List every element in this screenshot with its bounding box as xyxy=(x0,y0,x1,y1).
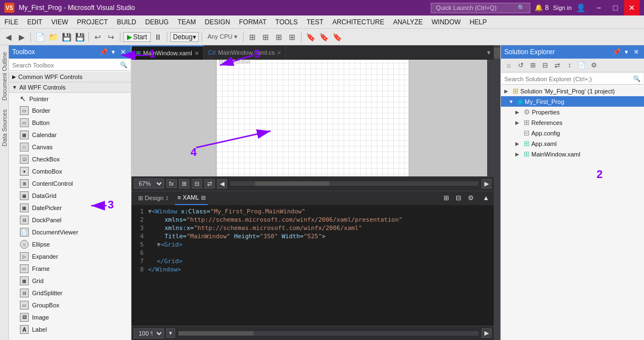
toolbox-pin-btn[interactable]: 📌 xyxy=(99,48,108,56)
zoom-dropdown-btn[interactable]: ▾ xyxy=(166,328,175,338)
solution-explorer-pin-btn[interactable]: 📌 xyxy=(612,48,621,56)
close-button[interactable]: ✕ xyxy=(624,0,640,15)
tree-app-config[interactable]: ⊟ App.config xyxy=(501,128,644,138)
toolbar-pause-btn[interactable]: ⏸ xyxy=(152,31,164,43)
xaml-scrollbar-up[interactable]: ▲ xyxy=(483,194,489,202)
sol-new-solution-btn[interactable]: 📄 xyxy=(576,60,587,71)
zoom-100-select[interactable]: 100 % 67% 50% xyxy=(134,328,164,338)
toolbox-item-image[interactable]: 🖼 Image xyxy=(9,311,131,323)
maximize-button[interactable]: □ xyxy=(608,0,623,15)
toolbox-search-input[interactable] xyxy=(12,62,120,69)
menu-item-window[interactable]: WINDOW xyxy=(427,15,466,28)
tree-properties[interactable]: ▶ ⚙ Properties xyxy=(501,107,644,117)
xaml-view-tab[interactable]: ≡ XAML ⊟ xyxy=(175,191,207,205)
design-view-tab[interactable]: ⊞ Design ↕ xyxy=(136,191,171,205)
sol-sync-btn[interactable]: ⇄ xyxy=(552,60,563,71)
toolbar-save-btn[interactable]: 💾 xyxy=(60,31,72,43)
sol-settings-btn[interactable]: ⚙ xyxy=(588,60,599,71)
toolbox-item-frame[interactable]: ▭ Frame xyxy=(9,263,131,275)
toolbar-extra3[interactable]: ⊞ xyxy=(273,31,285,43)
toolbar-bookmark3[interactable]: 🔖 xyxy=(331,31,343,43)
zoom-select[interactable]: 67% 100% 50% xyxy=(134,179,164,189)
toolbar-extra4[interactable]: ⊞ xyxy=(286,31,298,43)
toolbox-item-expander[interactable]: ▷ Expander xyxy=(9,250,131,263)
solution-search-input[interactable] xyxy=(504,76,633,82)
menu-item-file[interactable]: FILE xyxy=(0,15,23,28)
toolbar-new-btn[interactable]: 📄 xyxy=(34,31,46,43)
sign-in-button[interactable]: Sign in xyxy=(553,4,572,11)
menu-item-test[interactable]: TEST xyxy=(302,15,328,28)
bottom-right-btn[interactable]: ▶ xyxy=(482,328,492,338)
xaml-expand-btn[interactable]: ⊞ xyxy=(444,194,449,202)
editor-scrollbar-h[interactable] xyxy=(230,181,478,186)
solution-explorer-menu-btn[interactable]: ▾ xyxy=(622,48,631,56)
solution-explorer-close-btn[interactable]: ✕ xyxy=(632,48,641,56)
tree-mainwindow-xaml[interactable]: ▶ ⊞ MainWindow.xaml xyxy=(501,149,644,159)
tab-mainwindow-xaml[interactable]: ⊞ MainWindow.xaml ✕ xyxy=(131,45,204,60)
toolbox-item-label-ctrl[interactable]: A Label xyxy=(9,323,131,336)
xaml-code-editor[interactable]: 1 ▼<Window x:Class="My_First_Prog.MainWi… xyxy=(131,205,494,326)
nav-right-btn[interactable]: ▶ xyxy=(482,179,492,189)
sol-nav-btn[interactable]: ⊞ xyxy=(527,60,539,71)
toolbox-group-all-wpf[interactable]: ▼ All WPF Controls xyxy=(9,82,131,93)
toolbox-menu-btn[interactable]: ▾ xyxy=(109,48,118,56)
tab-close-icon[interactable]: ✕ xyxy=(194,50,199,56)
toolbar-bookmark2[interactable]: 🔖 xyxy=(318,31,330,43)
toolbox-item-calendar[interactable]: ▦ Calendar xyxy=(9,129,131,141)
menu-item-format[interactable]: FORMAT xyxy=(235,15,271,28)
toolbar-extra1[interactable]: ⊞ xyxy=(246,31,258,43)
toolbox-item-canvas[interactable]: □ Canvas xyxy=(9,141,131,153)
document-outline-tab[interactable]: Document Outline xyxy=(0,48,9,105)
menu-item-analyze[interactable]: ANALYZE xyxy=(389,15,427,28)
tab-area-dropdown[interactable]: ▾ xyxy=(484,45,494,60)
toolbar-extra2[interactable]: ⊞ xyxy=(260,31,272,43)
start-button[interactable]: ▶ Start xyxy=(123,32,151,42)
toolbox-item-pointer[interactable]: ↖ Pointer xyxy=(9,93,131,104)
toolbox-item-contentcontrol[interactable]: ⊞ ContentControl xyxy=(9,177,131,190)
toolbox-item-datagrid[interactable]: ▦ DataGrid xyxy=(9,190,131,202)
menu-item-debug[interactable]: DEBUG xyxy=(141,15,173,28)
sol-home-btn[interactable]: ⌂ xyxy=(503,60,514,71)
grid-view-btn[interactable]: ⊞ xyxy=(179,179,189,189)
bottom-scrollbar-h[interactable] xyxy=(178,331,478,336)
menu-item-help[interactable]: HELP xyxy=(465,15,491,28)
toolbox-item-datepicker[interactable]: ▦ DatePicker xyxy=(9,202,131,214)
swap-btn[interactable]: ⇄ xyxy=(204,179,215,189)
toolbox-item-combobox[interactable]: ▾ ComboBox xyxy=(9,165,131,177)
menu-item-design[interactable]: DESIGN xyxy=(200,15,235,28)
tree-project[interactable]: ▼ ◉ My_First_Prog xyxy=(501,96,644,107)
sol-collapse-btn[interactable]: ↕ xyxy=(564,60,575,71)
sol-refresh-btn[interactable]: ↺ xyxy=(515,60,526,71)
menu-item-project[interactable]: PROJECT xyxy=(72,15,112,28)
tab-mainwindow-xaml-cs[interactable]: C# MainWindow.xaml.cs ✕ xyxy=(204,45,287,60)
menu-item-architecture[interactable]: ARCHITECTURE xyxy=(328,15,389,28)
xaml-collapse-btn[interactable]: ⊟ xyxy=(456,194,461,202)
menu-item-edit[interactable]: EDIT xyxy=(23,15,46,28)
tab-close-icon[interactable]: ✕ xyxy=(277,50,281,56)
toolbox-item-dockpanel[interactable]: ⊟ DockPanel xyxy=(9,214,131,226)
notification-icon[interactable]: 🔔 8 xyxy=(535,4,548,12)
menu-item-tools[interactable]: TOOLS xyxy=(271,15,302,28)
toolbox-item-grid[interactable]: ▦ Grid xyxy=(9,275,131,287)
quick-launch-box[interactable]: Quick Launch (Ctrl+Q) 🔍 xyxy=(431,3,530,13)
formula-btn[interactable]: fx xyxy=(166,179,177,188)
account-icon[interactable]: 👤 xyxy=(576,3,585,12)
tree-solution[interactable]: ▶ ⊞ Solution 'My_First_Prog' (1 project) xyxy=(501,86,644,96)
toolbar-bookmark1[interactable]: 🔖 xyxy=(304,31,316,43)
menu-item-team[interactable]: TEAM xyxy=(173,15,200,28)
data-sources-tab[interactable]: Data Sources xyxy=(0,105,9,151)
toolbox-item-groupbox[interactable]: ▭ GroupBox xyxy=(9,299,131,311)
menu-item-view[interactable]: VIEW xyxy=(47,15,73,28)
split-view-btn[interactable]: ⊟ xyxy=(192,179,202,189)
nav-left-btn[interactable]: ◀ xyxy=(217,179,227,189)
toolbox-item-button[interactable]: ▭ Button xyxy=(9,117,131,129)
xaml-settings-btn[interactable]: ⚙ xyxy=(468,194,474,202)
center-scrollbar[interactable] xyxy=(494,45,500,340)
toolbar-open-btn[interactable]: 📁 xyxy=(47,31,59,43)
toolbar-save-all-btn[interactable]: 💾 xyxy=(73,31,86,43)
toolbox-item-ellipse[interactable]: ○ Ellipse xyxy=(9,238,131,250)
toolbox-group-common-wpf[interactable]: ▶ Common WPF Controls xyxy=(9,72,131,82)
toolbar-solution-platform[interactable]: Any CPU ▾ xyxy=(205,31,240,43)
toolbar-forward-btn[interactable]: ▶ xyxy=(15,31,28,43)
tree-references[interactable]: ▶ ⊞ References xyxy=(501,117,644,128)
